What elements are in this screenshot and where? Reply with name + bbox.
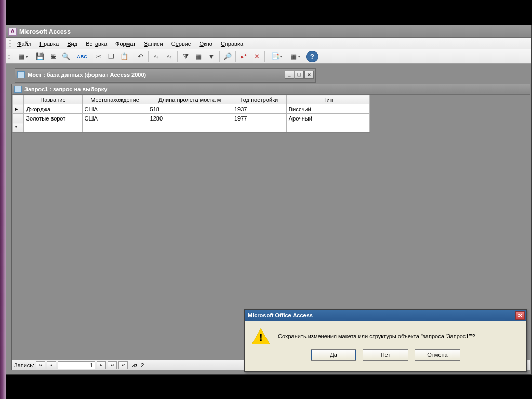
sort-desc-button[interactable]: A↑ <box>163 51 176 62</box>
dialog-close-button[interactable]: ✕ <box>515 311 525 320</box>
copy-button[interactable]: ❐ <box>105 51 117 62</box>
db-maximize-button[interactable]: ☐ <box>295 71 304 79</box>
cell-type[interactable]: Висячий <box>286 104 369 114</box>
col-header-type[interactable]: Тип <box>286 95 369 104</box>
menu-insert[interactable]: Вставка <box>82 39 111 48</box>
menu-help[interactable]: Справка <box>217 39 247 48</box>
row-selector-current[interactable]: ▸ <box>13 104 24 114</box>
menu-format[interactable]: Формат <box>112 39 139 48</box>
db-window-icon <box>17 71 25 78</box>
query-window-title: Запрос1 : запрос на выборку <box>24 86 107 92</box>
main-titlebar: A Microsoft Access <box>6 25 531 38</box>
slide-decoration <box>0 0 6 399</box>
warning-icon: ! <box>252 328 270 344</box>
new-record-button[interactable]: ▸* <box>237 51 250 62</box>
menu-service[interactable]: Сервис <box>168 39 195 48</box>
table-row[interactable]: ▸ Джорджа США 518 1937 Висячий <box>13 104 370 114</box>
cell-span[interactable]: 1280 <box>148 114 232 123</box>
apply-filter-button[interactable]: ▼ <box>205 51 218 62</box>
print-button[interactable]: 🖶 <box>47 51 59 62</box>
delete-record-button[interactable]: ✕ <box>250 51 263 62</box>
header-row: Название Местонахождение Длина пролета м… <box>13 95 370 104</box>
access-app-icon: A <box>8 28 17 36</box>
nav-prev-button[interactable]: ◂ <box>47 361 56 369</box>
cell-span[interactable]: 518 <box>148 104 232 114</box>
row-selector[interactable] <box>13 114 24 123</box>
cell-name[interactable]: Золотые ворот <box>24 114 82 123</box>
table-row[interactable]: Золотые ворот США 1280 1977 Арочный <box>13 114 370 123</box>
menubar-grip[interactable] <box>9 40 11 47</box>
select-all-corner[interactable] <box>13 95 24 104</box>
dialog-yes-button[interactable]: Да <box>311 349 356 361</box>
view-mode-button[interactable]: ▦ <box>12 51 30 62</box>
query-window-icon <box>14 86 22 93</box>
col-header-name[interactable]: Название <box>24 95 82 104</box>
record-of-label: из <box>131 362 137 368</box>
cell-year[interactable]: 1977 <box>232 114 286 123</box>
record-label: Запись: <box>14 362 34 368</box>
sort-asc-button[interactable]: A↓ <box>150 51 163 62</box>
menu-edit[interactable]: Правка <box>36 39 62 48</box>
cell-location[interactable]: США <box>82 104 148 114</box>
db-minimize-button[interactable]: _ <box>285 71 294 79</box>
filter-selection-button[interactable]: ⧩ <box>179 51 192 62</box>
dialog-titlebar[interactable]: Microsoft Office Access ✕ <box>245 310 526 321</box>
db-close-button[interactable]: ✕ <box>304 71 314 79</box>
help-button[interactable]: ? <box>306 51 318 62</box>
menu-window[interactable]: Окно <box>195 39 216 48</box>
row-selector-new[interactable]: * <box>13 123 24 132</box>
app-title: Microsoft Access <box>19 28 71 35</box>
dialog-title: Microsoft Office Access <box>248 312 313 318</box>
menu-file[interactable]: Файл <box>14 39 35 48</box>
main-toolbar: ▦ 💾 🖶 🔍 ABC ✂ ❐ 📋 ↶ A↓ A↑ ⧩ ▦ ▼ 🔎 ▸* ✕ 📑… <box>6 49 531 64</box>
spellcheck-button[interactable]: ABC <box>76 51 88 62</box>
undo-button[interactable]: ↶ <box>134 51 147 62</box>
col-header-span[interactable]: Длина пролета моста м <box>148 95 232 104</box>
dialog-cancel-button[interactable]: Отмена <box>415 349 460 361</box>
cell-location[interactable]: США <box>82 114 148 123</box>
main-menubar: Файл Правка Вид Вставка Формат Записи Се… <box>6 38 531 49</box>
query-titlebar[interactable]: Запрос1 : запрос на выборку <box>12 84 530 95</box>
find-button[interactable]: 🔎 <box>221 51 234 62</box>
db-window-button[interactable]: 📑 <box>267 51 284 62</box>
record-number-input[interactable] <box>58 361 95 369</box>
nav-next-button[interactable]: ▸ <box>97 361 106 369</box>
cell-name[interactable]: Джорджа <box>24 104 82 114</box>
nav-new-button[interactable]: ▸* <box>118 361 128 369</box>
nav-first-button[interactable]: I◂ <box>36 361 45 369</box>
new-record-row[interactable]: * <box>13 123 370 132</box>
database-window[interactable]: Мост : база данных (формат Access 2000) … <box>15 68 316 83</box>
record-total: 2 <box>141 362 144 368</box>
dialog-no-button[interactable]: Нет <box>363 349 408 361</box>
col-header-year[interactable]: Год постройки <box>232 95 286 104</box>
print-preview-button[interactable]: 🔍 <box>60 51 72 62</box>
datasheet-grid[interactable]: Название Местонахождение Длина пролета м… <box>12 95 370 133</box>
cell-year[interactable]: 1937 <box>232 104 286 114</box>
nav-last-button[interactable]: ▸I <box>108 361 117 369</box>
cell-type[interactable]: Арочный <box>286 114 369 123</box>
new-object-button[interactable]: ▦ <box>285 51 302 62</box>
menu-view[interactable]: Вид <box>63 39 81 48</box>
filter-form-button[interactable]: ▦ <box>192 51 205 62</box>
col-header-location[interactable]: Местонахождение <box>82 95 148 104</box>
toolbar-grip[interactable] <box>8 52 10 61</box>
cut-button[interactable]: ✂ <box>92 51 104 62</box>
menu-records[interactable]: Записи <box>140 39 167 48</box>
db-window-title: Мост : база данных (формат Access 2000) <box>28 72 146 78</box>
save-button[interactable]: 💾 <box>34 51 46 62</box>
dialog-message: Сохранить изменения макета или структуры… <box>278 333 475 339</box>
save-changes-dialog: Microsoft Office Access ✕ ! Сохранить из… <box>244 309 527 372</box>
paste-button[interactable]: 📋 <box>118 51 130 62</box>
